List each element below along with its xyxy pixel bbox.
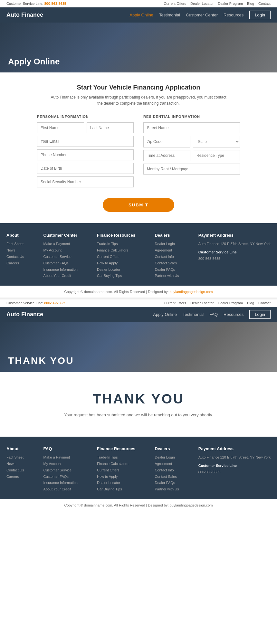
contact-link-p1[interactable]: Contact	[258, 2, 271, 5]
nav-testimonial-p2[interactable]: Testimonial	[183, 312, 204, 317]
nav-testimonial[interactable]: Testimonial	[159, 13, 180, 17]
copyright-link-page1[interactable]: buylandingpagedesign.com	[170, 290, 213, 294]
footer-insurance-info[interactable]: Insurance Information	[43, 267, 78, 273]
footer-partner[interactable]: Partner with Us	[155, 273, 179, 279]
thank-you-heading: THANK YOU	[10, 391, 267, 407]
footer2-dealer-locator[interactable]: Dealer Locator	[97, 480, 135, 486]
login-button-page2[interactable]: Login	[249, 310, 271, 319]
footer2-customer-faqs[interactable]: Customer FAQs	[43, 474, 78, 480]
login-button-page1[interactable]: Login	[249, 11, 271, 19]
state-select[interactable]: State ALAKAZAR CACOCTFL GANYTX	[193, 136, 240, 147]
submit-button[interactable]: SUBMIT	[103, 198, 174, 212]
footer-dealer-faqs[interactable]: Dealer FAQs	[155, 267, 179, 273]
service-line-page1: Customer Service Line: 800-563-5635	[6, 2, 66, 5]
nav-faq-p2[interactable]: FAQ	[209, 312, 218, 317]
footer-col-customer: Customer Center Make a Payment My Accoun…	[43, 233, 78, 279]
footer2-partner[interactable]: Partner with Us	[155, 486, 179, 493]
footer-contact-info[interactable]: Contact Info	[155, 254, 179, 260]
contact-link-p2[interactable]: Contact	[258, 301, 271, 305]
dealer-program-link-p1[interactable]: Dealer Program	[218, 2, 243, 5]
dealer-locator-link-p1[interactable]: Dealer Locator	[190, 2, 214, 5]
footer2-how-to-apply[interactable]: How to Apply	[97, 474, 135, 480]
footer2-dealer-faqs[interactable]: Dealer FAQs	[155, 480, 179, 486]
phone-input[interactable]	[37, 149, 134, 160]
footer-current-offers[interactable]: Current Offers	[97, 254, 135, 260]
footer-grid-page2: About Fact Sheet News Contact Us Careers…	[6, 446, 271, 493]
logo-page2: Auto Finance	[6, 311, 43, 318]
email-input[interactable]	[37, 136, 134, 147]
footer-finance-calc[interactable]: Finance Calculators	[97, 247, 135, 254]
blog-link-p1[interactable]: Blog	[247, 2, 254, 5]
blog-link-p2[interactable]: Blog	[247, 301, 254, 305]
top-nav-links-page1: Current Offers Dealer Locator Dealer Pro…	[161, 2, 271, 5]
nav-apply-online-p2[interactable]: Apply Online	[153, 312, 177, 317]
dealer-program-link-p2[interactable]: Dealer Program	[218, 301, 243, 305]
footer2-trade-in[interactable]: Trade-In Tips	[97, 454, 135, 461]
thank-you-message: Your request has been submitted and we w…	[10, 412, 267, 417]
footer-dealer-locator[interactable]: Dealer Locator	[97, 267, 135, 273]
nav-resources[interactable]: Resources	[224, 13, 244, 17]
footer-customer-service[interactable]: Customer Service	[43, 254, 78, 260]
footer-about-credit[interactable]: About Your Credit	[43, 273, 78, 279]
footer2-customer-service[interactable]: Customer Service	[43, 467, 78, 474]
footer2-agreement[interactable]: Agreement	[155, 461, 179, 467]
footer2-about-credit[interactable]: About Your Credit	[43, 486, 78, 493]
footer2-contact-us[interactable]: Contact Us	[6, 467, 24, 474]
footer-car-buying[interactable]: Car Buying Tips	[97, 273, 135, 279]
footer2-col-about: About Fact Sheet News Contact Us Careers	[6, 446, 24, 493]
footer2-contact-sales[interactable]: Contact Sales	[155, 474, 179, 480]
footer2-contact-info[interactable]: Contact Info	[155, 467, 179, 474]
footer2-insurance-info[interactable]: Insurance Information	[43, 480, 78, 486]
footer2-careers[interactable]: Careers	[6, 474, 24, 480]
footer-dealer-login[interactable]: Dealer Login	[155, 241, 179, 247]
footer-dealers-heading: Dealers	[155, 233, 179, 238]
footer-agreement[interactable]: Agreement	[155, 247, 179, 254]
footer2-car-buying[interactable]: Car Buying Tips	[97, 486, 135, 493]
footer2-current-offers[interactable]: Current Offers	[97, 467, 135, 474]
footer2-make-payment[interactable]: Make a Payment	[43, 454, 78, 461]
footer2-my-account[interactable]: My Account	[43, 461, 78, 467]
ssn-input[interactable]	[37, 176, 134, 187]
form-section: Start Your Vehicle Financing Application…	[0, 72, 277, 223]
footer-my-account[interactable]: My Account	[43, 247, 78, 254]
hero-page1: Apply Online	[0, 23, 277, 72]
form-subtitle: Auto Finanace is only available through …	[10, 94, 267, 107]
nav-links-page2: Apply Online Testimonial FAQ Resources L…	[153, 310, 271, 319]
nav-resources-p2[interactable]: Resources	[224, 312, 244, 317]
footer2-faq-heading: FAQ	[43, 446, 78, 451]
current-offers-link-p1[interactable]: Current Offers	[164, 2, 186, 5]
dealer-locator-link-p2[interactable]: Dealer Locator	[190, 301, 214, 305]
footer2-address: Auto Finance 120 E 87th Street, NY New Y…	[198, 454, 271, 461]
current-offers-link-p2[interactable]: Current Offers	[164, 301, 186, 305]
zip-input[interactable]	[143, 136, 190, 147]
personal-section-label: PERSONAL INFORMATION	[37, 115, 134, 118]
personal-info-col: PERSONAL INFORMATION	[37, 115, 134, 190]
footer2-col-dealers: Dealers Dealer Login Agreement Contact I…	[155, 446, 179, 493]
submit-area: SUBMIT	[10, 198, 267, 212]
footer-careers[interactable]: Careers	[6, 260, 24, 267]
residence-type-input[interactable]	[193, 150, 240, 161]
nav-apply-online[interactable]: Apply Online	[129, 13, 153, 17]
footer2-dealer-login[interactable]: Dealer Login	[155, 454, 179, 461]
street-input[interactable]	[143, 122, 240, 133]
footer-col-finance: Finance Resources Trade-In Tips Finance …	[97, 233, 135, 279]
nav-customer-center[interactable]: Customer Center	[186, 13, 218, 17]
first-name-input[interactable]	[37, 122, 84, 133]
footer-page2: About Fact Sheet News Contact Us Careers…	[0, 437, 277, 499]
footer-trade-in[interactable]: Trade-In Tips	[97, 241, 135, 247]
footer-contact-sales[interactable]: Contact Sales	[155, 260, 179, 267]
footer-contact-us[interactable]: Contact Us	[6, 254, 24, 260]
footer2-finance-calc[interactable]: Finance Calculators	[97, 461, 135, 467]
dob-input[interactable]	[37, 163, 134, 174]
monthly-rent-input[interactable]	[143, 164, 240, 175]
footer-fact-sheet[interactable]: Fact Sheet	[6, 241, 24, 247]
footer2-fact-sheet[interactable]: Fact Sheet	[6, 454, 24, 461]
footer2-phone: 800-563-5635	[198, 469, 271, 476]
footer-customer-faqs[interactable]: Customer FAQs	[43, 260, 78, 267]
footer-news[interactable]: News	[6, 247, 24, 254]
last-name-input[interactable]	[87, 122, 134, 133]
footer2-news[interactable]: News	[6, 461, 24, 467]
footer-how-to-apply[interactable]: How to Apply	[97, 260, 135, 267]
footer-make-payment[interactable]: Make a Payment	[43, 241, 78, 247]
time-at-address-input[interactable]	[143, 150, 190, 161]
